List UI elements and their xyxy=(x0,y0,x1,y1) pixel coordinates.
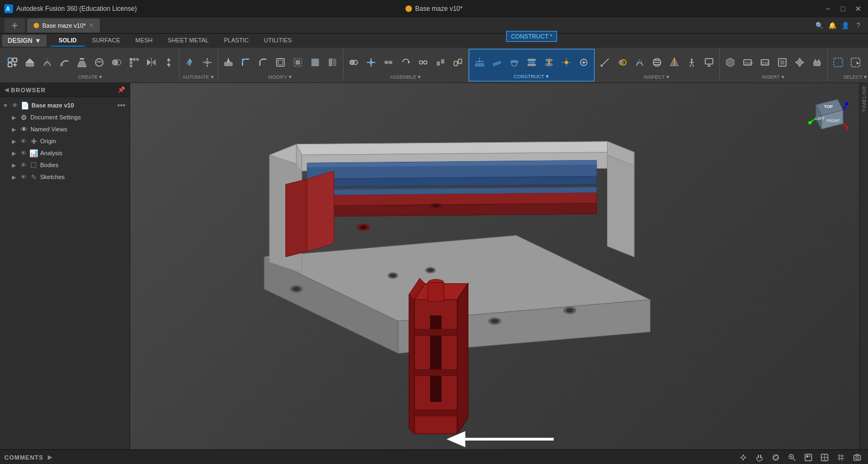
insert-svg-button[interactable]: SVG xyxy=(739,54,756,71)
insert-canvas-button[interactable] xyxy=(774,54,790,71)
root-visibility-icon[interactable]: 👁 xyxy=(11,101,18,109)
new-tab-button[interactable] xyxy=(4,18,25,33)
tab-solid[interactable]: SOLID xyxy=(51,35,85,47)
decal-button[interactable] xyxy=(792,54,808,71)
curvature-comb-button[interactable] xyxy=(631,54,648,71)
center-of-mass-button[interactable] xyxy=(576,54,592,71)
extrude-button[interactable] xyxy=(22,54,38,71)
free-select-button[interactable] xyxy=(865,54,868,71)
rigid-group-button[interactable] xyxy=(380,54,397,71)
minimize-button[interactable]: − xyxy=(822,3,833,14)
pattern-button[interactable] xyxy=(126,54,142,71)
chamfer-button[interactable] xyxy=(255,54,271,71)
tangent-plane-button[interactable] xyxy=(506,54,522,71)
profile-button[interactable]: 👤 xyxy=(840,20,851,31)
zoom-tool-status-button[interactable] xyxy=(786,452,799,463)
browser-sketches[interactable]: ▶ 👁 ✎ Sketches xyxy=(0,171,130,183)
insert-mcad-button[interactable] xyxy=(809,54,825,71)
pan-tool-status-button[interactable] xyxy=(753,452,766,463)
navigation-cube[interactable]: TOP LEFT FRONT xyxy=(805,94,848,137)
tab-sheet-metal[interactable]: SHEET METAL xyxy=(160,35,216,47)
create-label[interactable]: CREATE▼ xyxy=(78,74,103,80)
modify-label[interactable]: MODIFY▼ xyxy=(269,74,293,80)
auto-explode-button[interactable] xyxy=(199,54,215,71)
window-select-button[interactable] xyxy=(847,54,864,71)
scale-button[interactable] xyxy=(290,54,306,71)
select-label[interactable]: SELECT▼ xyxy=(844,74,868,80)
design-dropdown[interactable]: DESIGN ▼ xyxy=(2,35,47,47)
move-button[interactable] xyxy=(161,54,177,71)
viewport-mode-button[interactable] xyxy=(818,452,831,463)
combine-button[interactable] xyxy=(108,54,125,71)
viewport[interactable]: TOP LEFT FRONT xyxy=(130,83,859,449)
browser-analysis[interactable]: ▶ 👁 📊 Analysis xyxy=(0,147,130,159)
midplane-button[interactable] xyxy=(524,54,540,71)
loft-button[interactable] xyxy=(74,54,90,71)
bodies-visibility-icon[interactable]: 👁 xyxy=(20,161,27,169)
assemble-label[interactable]: ASSEMBLE▼ xyxy=(390,74,422,80)
right-sidebar-label[interactable]: TIMELINE xyxy=(861,85,867,112)
tab-close-button[interactable]: ✕ xyxy=(89,22,93,28)
document-tab[interactable]: Base maze v10* ✕ xyxy=(27,18,100,33)
browser-doc-settings[interactable]: ▶ ⚙ Document Settings xyxy=(0,111,130,123)
help-button[interactable]: ? xyxy=(853,20,864,31)
search-button[interactable]: 🔍 xyxy=(814,20,825,31)
browser-pin-button[interactable]: 📌 xyxy=(118,86,125,93)
enable-contact-button[interactable] xyxy=(450,54,466,71)
browser-collapse-button[interactable]: ◀ xyxy=(4,86,9,93)
sweep-button[interactable] xyxy=(56,54,73,71)
display-mode-button[interactable] xyxy=(802,452,815,463)
zebra-analysis-button[interactable] xyxy=(649,54,665,71)
tab-utilities[interactable]: UTILITIES xyxy=(257,35,299,47)
interference-button[interactable] xyxy=(614,54,630,71)
plane-at-angle-button[interactable] xyxy=(489,54,505,71)
split-face-button[interactable] xyxy=(307,54,323,71)
draft-analysis-button[interactable] xyxy=(666,54,682,71)
drive-joints-button[interactable] xyxy=(398,54,414,71)
sketches-visibility-icon[interactable]: 👁 xyxy=(20,173,27,181)
move-tool-status-button[interactable] xyxy=(737,452,750,463)
display-states-button[interactable] xyxy=(701,54,717,71)
mirror-button[interactable] xyxy=(143,54,159,71)
axis-through-cylinder-button[interactable] xyxy=(541,54,557,71)
orbit-tool-status-button[interactable] xyxy=(769,452,782,463)
browser-named-views[interactable]: ▶ 👁 Named Views xyxy=(0,123,130,135)
section-analysis-button[interactable] xyxy=(91,54,107,71)
measure-button[interactable] xyxy=(597,54,613,71)
inspect-label[interactable]: INSPECT▼ xyxy=(644,74,671,80)
browser-origin[interactable]: ▶ 👁 ✚ Origin xyxy=(0,135,130,147)
point-button[interactable] xyxy=(558,54,575,71)
origin-visibility-icon[interactable]: 👁 xyxy=(20,137,27,145)
insert-label[interactable]: INSERT▼ xyxy=(762,74,786,80)
root-menu-button[interactable]: ••• xyxy=(117,101,125,110)
joint-button[interactable] xyxy=(346,54,362,71)
revolve-button[interactable] xyxy=(39,54,55,71)
select-button[interactable] xyxy=(830,54,846,71)
offset-plane-button[interactable] xyxy=(471,54,488,71)
browser-root-item[interactable]: ▼ 👁 📄 Base maze v10 ••• xyxy=(0,99,130,111)
generative-design-button[interactable] xyxy=(182,54,198,71)
fillet-button[interactable] xyxy=(238,54,254,71)
tab-plastic[interactable]: PLASTIC xyxy=(216,35,257,47)
automate-label[interactable]: AUTOMATE▼ xyxy=(182,74,214,80)
capture-button[interactable] xyxy=(851,452,864,463)
shell-button[interactable] xyxy=(272,54,289,71)
tab-surface[interactable]: SURFACE xyxy=(85,35,128,47)
close-button[interactable]: ✕ xyxy=(853,3,864,14)
maximize-button[interactable]: □ xyxy=(838,3,848,14)
construct-label[interactable]: CONSTRUCT▼ xyxy=(514,74,550,80)
contact-sets-button[interactable] xyxy=(432,54,449,71)
joint-origin-button[interactable] xyxy=(363,54,379,71)
browser-bodies[interactable]: ▶ 👁 ☐ Bodies xyxy=(0,159,130,171)
tab-mesh[interactable]: MESH xyxy=(128,35,161,47)
notification-button[interactable]: 🔔 xyxy=(827,20,838,31)
insert-mesh-button[interactable] xyxy=(722,54,738,71)
accessibility-analysis-button[interactable] xyxy=(684,54,700,71)
press-pull-button[interactable] xyxy=(220,54,237,71)
insert-dxf-button[interactable]: DXF xyxy=(757,54,773,71)
new-component-button[interactable] xyxy=(4,54,21,71)
split-body-button[interactable] xyxy=(324,54,341,71)
analysis-visibility-icon[interactable]: 👁 xyxy=(20,149,27,157)
grid-toggle-button[interactable] xyxy=(834,452,847,463)
comments-expand-button[interactable]: ▶ xyxy=(48,454,52,461)
